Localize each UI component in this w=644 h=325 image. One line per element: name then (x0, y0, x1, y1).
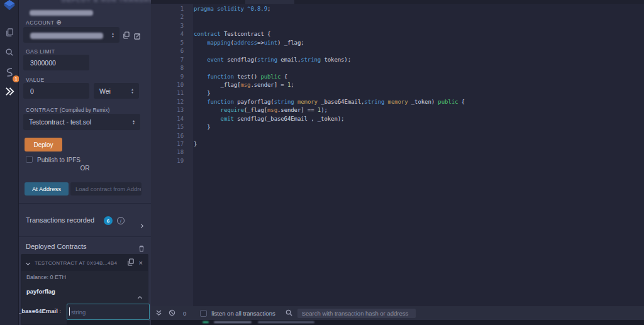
code-line[interactable]: 1pragma solidity ^0.8.9; (151, 5, 644, 13)
tab-bar (151, 0, 644, 4)
transactions-count-badge: 6 (104, 216, 113, 225)
line-number: 14 (151, 115, 184, 123)
copy-address-icon[interactable] (127, 257, 134, 268)
transactions-expand-icon[interactable] (140, 219, 143, 230)
line-number: 3 (151, 22, 184, 30)
terminal-search-icon (286, 307, 292, 319)
line-number: 19 (151, 157, 184, 165)
code-text (184, 132, 194, 140)
panel-title: DEPLOY & RUN TRANSACTIONS (62, 0, 151, 3)
code-text: mapping(address=>uint) _flag; (184, 39, 304, 47)
function-name[interactable]: payforflag (26, 288, 55, 295)
line-number: 18 (151, 148, 184, 157)
edit-account-icon[interactable] (134, 31, 141, 42)
listen-all-tx-checkbox[interactable] (200, 310, 207, 317)
code-line[interactable]: 3 (151, 22, 644, 30)
collapse-icon[interactable] (26, 260, 30, 265)
code-line[interactable]: 4contract Testcontract { (151, 30, 644, 38)
terminal-log-partial (151, 320, 644, 325)
code-text: contract Testcontract { (184, 30, 270, 38)
line-number: 7 (151, 56, 184, 64)
gas-limit-input[interactable] (23, 55, 89, 70)
solidity-compiler-icon[interactable]: 1 (0, 64, 19, 80)
line-number: 11 (151, 89, 184, 97)
account-select[interactable]: ▴▾ (23, 27, 119, 43)
line-number: 13 (151, 106, 184, 114)
code-line[interactable]: 9 function test() public { (151, 73, 644, 81)
line-number: 12 (151, 98, 184, 106)
tx-success-mark (203, 321, 209, 323)
code-text: } (184, 140, 197, 148)
deployed-contract-header[interactable]: TESTCONTRACT AT 0X94B...4B4 × (21, 255, 148, 271)
info-icon[interactable]: i (117, 217, 125, 224)
add-account-icon[interactable]: ⊕ (56, 19, 62, 26)
publish-ipfs-label: Publish to IPFS (37, 157, 80, 163)
code-text: } (184, 123, 211, 131)
line-number: 5 (151, 39, 184, 47)
trash-icon[interactable] (138, 243, 145, 255)
code-line[interactable]: 11 } (151, 89, 644, 97)
code-text: function test() public { (184, 73, 287, 81)
tx-log-text-redacted (258, 321, 314, 323)
code-line[interactable]: 19 (151, 157, 644, 165)
param-string-input[interactable] (67, 304, 150, 320)
line-number: 10 (151, 81, 184, 89)
deploy-run-panel: DEPLOY & RUN TRANSACTIONS ACCOUNT ⊕ ▴▾ G… (19, 0, 151, 325)
code-line[interactable]: 10 _flag[msg.sender] = 1; (151, 81, 644, 89)
at-address-button[interactable]: At Address (25, 182, 69, 196)
code-text (184, 47, 194, 55)
code-line[interactable]: 18 (151, 148, 644, 157)
search-icon[interactable] (0, 44, 19, 60)
file-explorer-icon[interactable] (0, 24, 19, 40)
gas-limit-label: GAS LIMIT (26, 48, 55, 55)
contract-select[interactable]: Testcontract - test.sol ▴▾ (23, 114, 140, 130)
copy-account-icon[interactable] (123, 30, 130, 41)
code-line[interactable]: 16 (151, 132, 644, 140)
code-text (184, 13, 194, 21)
code-text: event sendflag(string email,string token… (184, 56, 351, 64)
clear-console-icon[interactable] (169, 307, 175, 319)
environment-value-redacted[interactable] (30, 10, 93, 16)
code-line[interactable]: 8 (151, 64, 644, 72)
function-collapse-icon[interactable] (138, 291, 142, 302)
at-address-input[interactable] (70, 182, 142, 196)
active-tab-stub[interactable] (245, 0, 294, 4)
pending-tx-count: 0 (183, 310, 186, 317)
contract-stepper-icon: ▴▾ (133, 119, 135, 125)
contract-label: CONTRACT (Compiled by Remix) (26, 107, 109, 113)
value-label: VALUE (26, 77, 45, 83)
deployed-contracts-label: Deployed Contracts (26, 243, 87, 250)
line-number: 16 (151, 132, 184, 140)
contract-selected: Testcontract - test.sol (29, 118, 91, 126)
code-editor[interactable]: 1pragma solidity ^0.8.9;234contract Test… (151, 0, 644, 325)
divider (19, 236, 151, 237)
close-contract-icon[interactable]: × (139, 260, 143, 266)
value-unit-select[interactable]: Wei ▴▾ (94, 83, 139, 99)
line-number: 9 (151, 73, 184, 81)
code-lines[interactable]: 1pragma solidity ^0.8.9;234contract Test… (151, 5, 644, 165)
code-line[interactable]: 13 require(_flag[msg.sender] == 1); (151, 106, 644, 114)
code-line[interactable]: 2 (151, 13, 644, 21)
code-line[interactable]: 14 emit sendflag(_base64Email , _token); (151, 115, 644, 123)
code-line[interactable]: 15 } (151, 123, 644, 131)
code-line[interactable]: 5 mapping(address=>uint) _flag; (151, 39, 644, 47)
remix-logo-icon[interactable] (0, 0, 19, 14)
code-text: emit sendflag(_base64Email , _token); (184, 115, 344, 123)
account-stepper-icon: ▴▾ (112, 32, 114, 38)
value-input[interactable] (23, 83, 89, 99)
code-line[interactable]: 6 (151, 47, 644, 55)
code-line[interactable]: 17} (151, 140, 644, 148)
value-unit-selected: Wei (99, 87, 111, 95)
publish-ipfs-checkbox[interactable] (26, 156, 33, 163)
deploy-button[interactable]: Deploy (25, 138, 62, 151)
code-line[interactable]: 12 function payforflag(string memory _ba… (151, 98, 644, 106)
text-caret (69, 307, 70, 316)
terminal-search-input[interactable] (297, 309, 416, 318)
code-text: function payforflag(string memory _base6… (184, 98, 465, 106)
code-line[interactable]: 7 event sendflag(string email,string tok… (151, 56, 644, 64)
code-text: pragma solidity ^0.8.9; (184, 5, 270, 13)
terminal-expand-icon[interactable] (156, 307, 162, 319)
deploy-and-run-icon[interactable] (0, 83, 19, 99)
divider (19, 203, 151, 204)
account-value-redacted (30, 33, 103, 39)
